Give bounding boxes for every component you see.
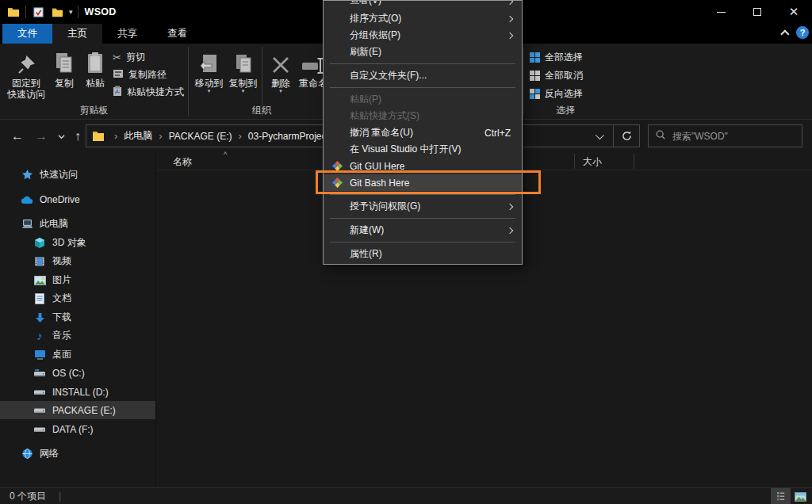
sidebar-item-this-pc[interactable]: 此电脑 [0,215,155,233]
breadcrumb-drive[interactable]: PACKAGE (E:) [169,131,232,142]
copy-path-button[interactable]: 复制路径 [113,66,184,83]
computer-icon [21,218,33,231]
sort-ascending-icon: ^ [224,151,227,158]
breadcrumb-this-pc[interactable]: 此电脑 [124,129,152,143]
download-arrow-icon [33,311,46,324]
drive-icon [33,423,46,436]
breadcrumb-chevron: › [232,130,247,142]
maximize-button[interactable] [739,0,776,24]
menu-item-give-access[interactable]: 授予访问权限(G) [324,198,522,215]
large-icons-view-button[interactable] [791,488,810,504]
qat-new-folder-icon[interactable] [50,5,64,19]
menu-item-group-by[interactable]: 分组依据(P) [324,27,522,44]
picture-icon [33,274,46,287]
qat-dropdown-icon[interactable]: ▾ [69,8,73,16]
column-header-size[interactable]: 大小 [583,155,602,169]
scissors-icon: ✂ [113,52,121,63]
search-input[interactable] [672,131,795,142]
highlight-annotation-box [316,170,541,194]
sidebar-item-downloads[interactable]: 下载 [0,308,155,326]
recent-locations-icon[interactable] [52,120,70,152]
up-button[interactable]: ↑ [68,120,87,152]
select-all-button[interactable]: 全部选择 [530,48,583,67]
paste-icon [86,47,105,75]
ribbon-separator [523,47,524,116]
group-label-select: 选择 [528,104,603,117]
sidebar-item-music[interactable]: ♪ 音乐 [0,326,155,345]
menu-item-new[interactable]: 新建(W) [324,222,522,239]
minimize-button[interactable] [703,0,739,24]
menu-item-view[interactable]: 查看(V) [324,1,522,10]
quick-access-toolbar: ▾ [0,5,79,19]
tab-share[interactable]: 共享 [102,24,152,44]
sidebar-item-3d-objects[interactable]: 3D 对象 [0,234,155,252]
sidebar-item-install-d[interactable]: INSTALL (D:) [0,383,155,401]
sidebar-item-videos[interactable]: 视频 [0,252,155,270]
sidebar-item-os-c[interactable]: OS (C:) [0,364,155,382]
sidebar: 快速访问 OneDrive 此电脑 3D 对象 视频 [0,152,156,487]
ribbon-group-clipboard: 固定到 快速访问 复制 粘贴 ✂ 剪切 [0,44,188,120]
address-dropdown-icon[interactable] [596,130,604,139]
tab-view[interactable]: 查看 [152,24,202,44]
paste-shortcut-icon [113,86,122,99]
refresh-button[interactable] [614,125,639,147]
desktop-icon [33,349,46,361]
ribbon-group-select: 全部选择 全部取消 反向选择 选择 [528,44,603,120]
sidebar-item-network[interactable]: 网络 [0,445,155,463]
paste-shortcut-button[interactable]: 粘贴快捷方式 [113,83,184,101]
sidebar-item-documents[interactable]: 文档 [0,289,155,307]
group-label-organize: 组织 [190,104,333,117]
sidebar-item-package-e[interactable]: PACKAGE (E:) [0,401,155,419]
column-divider[interactable] [574,154,575,169]
network-globe-icon [21,448,33,460]
qat-properties-icon[interactable] [31,5,45,19]
cube-icon [33,237,46,250]
copy-button[interactable]: 复制 [49,47,79,89]
sidebar-item-onedrive[interactable]: OneDrive [0,190,155,208]
cut-button[interactable]: ✂ 剪切 [113,48,184,66]
help-icon[interactable]: ? [796,26,809,39]
sidebar-item-desktop[interactable]: 桌面 [0,346,155,364]
breadcrumb-chevron: › [108,130,124,142]
paste-button[interactable]: 粘贴 [79,47,111,89]
breadcrumb-folder[interactable]: 03-PycharmProjects [248,131,334,142]
search-box[interactable] [648,124,802,147]
window-title: WSOD [85,6,117,17]
copy-to-button[interactable]: 复制到 ▾ [226,47,260,94]
explorer-window: ▾ WSOD ✕ 文件 主页 共享 查看 ? 固定到 快速访问 [0,0,812,504]
tab-home[interactable]: 主页 [52,24,102,44]
menu-item-properties[interactable]: 属性(R) [324,246,522,262]
menu-item-customize-folder[interactable]: 自定义文件夹(F)... [324,67,522,84]
move-to-button[interactable]: 移动到 ▾ [192,47,226,94]
status-bar: 0 个项目 | [0,487,812,504]
close-button[interactable]: ✕ [776,0,812,24]
pin-to-quick-access-button[interactable]: 固定到 快速访问 [3,47,49,100]
music-note-icon: ♪ [33,330,46,342]
drive-icon [33,386,46,399]
menu-separator [330,242,515,242]
column-divider[interactable] [634,154,634,169]
sidebar-item-quick-access[interactable]: 快速访问 [0,166,155,184]
menu-item-sort-by[interactable]: 排序方式(O) [324,10,522,27]
address-folder-icon [86,131,108,142]
details-view-button[interactable] [771,488,791,504]
sidebar-item-data-f[interactable]: DATA (F:) [0,420,155,438]
dropdown-arrow-icon: ▾ [279,89,282,94]
delete-icon [270,47,291,75]
dropdown-arrow-icon: ▾ [242,89,245,94]
copy-path-icon [113,69,124,81]
delete-button[interactable]: 删除 ▾ [265,47,297,94]
invert-selection-button[interactable]: 反向选择 [530,85,583,103]
menu-item-open-in-visual-studio[interactable]: 在 Visual Studio 中打开(V) [324,141,522,158]
back-button[interactable]: ← [5,120,30,152]
menu-item-refresh[interactable]: 刷新(E) [324,44,522,60]
forward-button[interactable]: → [30,120,52,152]
submenu-arrow-icon [507,16,513,22]
menu-item-undo-rename[interactable]: 撤消 重命名(U) Ctrl+Z [324,124,522,141]
search-icon [655,129,666,143]
submenu-arrow-icon [507,204,513,210]
select-none-button[interactable]: 全部取消 [530,67,583,85]
tab-file[interactable]: 文件 [2,24,52,44]
column-header-name[interactable]: 名称 [173,155,192,169]
sidebar-item-pictures[interactable]: 图片 [0,271,155,289]
